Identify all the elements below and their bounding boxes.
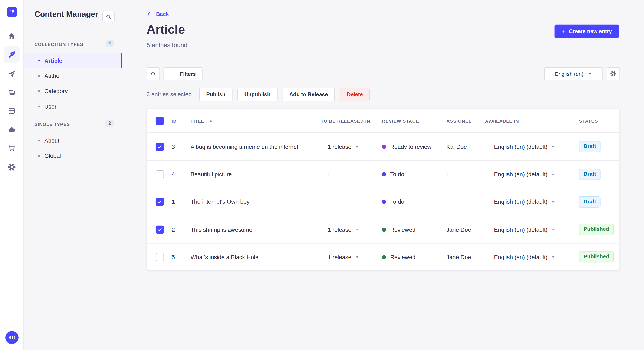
bullet-icon [38, 155, 40, 157]
stage-dot-icon [382, 255, 386, 259]
chevron-down-icon [355, 228, 359, 231]
create-new-entry-button[interactable]: + Create new entry [554, 25, 619, 38]
row-checkbox[interactable] [156, 198, 164, 206]
bullet-icon [38, 106, 40, 108]
rail-home[interactable] [4, 28, 20, 44]
chevron-down-icon [551, 228, 555, 231]
section-collection-types: COLLECTION TYPES [34, 42, 83, 47]
cell-available-in[interactable]: English (en) (default) [494, 188, 555, 216]
back-link[interactable]: Back [146, 11, 169, 17]
header-status: STATUS [579, 109, 598, 133]
table-row[interactable]: 5 What's inside a Black Hole 1 release R… [147, 243, 619, 271]
indeterminate-icon [158, 120, 162, 121]
header-id[interactable]: ID [172, 109, 177, 133]
cell-status: Draft [579, 161, 600, 188]
cloud-icon [8, 125, 16, 134]
table-row[interactable]: 1 The internet's Own boy - To do - Engli… [147, 188, 619, 216]
cell-id: 3 [172, 133, 175, 161]
sidebar-item-label: Global [44, 153, 61, 159]
cell-available-in[interactable]: English (en) (default) [494, 243, 555, 271]
filters-label: Filters [180, 71, 196, 77]
strapi-logo-icon [7, 7, 17, 17]
sidebar-item-article[interactable]: Article [24, 53, 122, 68]
cell-available-in[interactable]: English (en) (default) [494, 133, 555, 161]
icon-rail: KD [0, 0, 24, 350]
header-available-in: AVAILABLE IN [485, 109, 519, 133]
bullet-icon [38, 90, 40, 92]
row-checkbox[interactable] [156, 143, 164, 151]
status-badge: Draft [579, 141, 600, 152]
back-label: Back [156, 11, 169, 17]
cell-status: Draft [579, 133, 600, 161]
sidebar-item-user[interactable]: User [24, 99, 122, 114]
stage-dot-icon [382, 145, 386, 149]
unpublish-button[interactable]: Unpublish [238, 88, 278, 101]
sidebar-item-category[interactable]: Category [24, 84, 122, 98]
cell-title: A bug is becoming a meme on the internet [190, 133, 298, 161]
gear-icon [610, 71, 616, 77]
add-to-release-button[interactable]: Add to Release [282, 88, 335, 101]
status-badge: Published [579, 224, 614, 235]
cell-release: - [328, 161, 330, 188]
locale-select[interactable]: English (en) [544, 67, 603, 80]
rail-content-manager[interactable] [4, 46, 20, 63]
cell-id: 1 [172, 188, 175, 216]
filters-button[interactable]: Filters [164, 67, 202, 80]
entries-count: 5 entries found [146, 41, 187, 48]
cell-review-stage: To do [382, 188, 404, 216]
status-badge: Draft [579, 196, 600, 207]
content-manager-sidebar: Content Manager COLLECTION TYPES 4 Artic… [24, 0, 122, 350]
delete-button[interactable]: Delete [340, 88, 370, 101]
row-checkbox[interactable] [156, 225, 164, 234]
publish-button[interactable]: Publish [199, 88, 232, 101]
stage-dot-icon [382, 173, 386, 176]
sidebar-search-button[interactable] [102, 11, 114, 23]
select-all-checkbox[interactable] [156, 117, 164, 125]
cell-release[interactable]: 1 release [328, 216, 359, 243]
cell-release[interactable]: 1 release [328, 133, 359, 161]
cell-available-in[interactable]: English (en) (default) [494, 161, 555, 188]
rail-marketplace[interactable] [4, 140, 20, 156]
table-row[interactable]: 3 A bug is becoming a meme on the intern… [147, 133, 619, 161]
table-header-row: ID TITLE TO BE RELEASED IN REVIEW STAGE … [147, 109, 619, 133]
single-types-count: 2 [106, 120, 114, 127]
sidebar-item-label: Article [44, 57, 62, 64]
rail-footer-divider [0, 326, 24, 326]
cell-title: What's inside a Black Hole [190, 243, 258, 271]
cell-id: 5 [172, 243, 175, 271]
cell-status: Published [579, 243, 614, 271]
cell-review-stage: Reviewed [382, 243, 416, 271]
header-title[interactable]: TITLE [190, 109, 213, 133]
rail-deploy[interactable] [4, 121, 20, 138]
cell-assignee: - [446, 188, 448, 216]
table-row[interactable]: 2 This shrimp is awesome 1 release Revie… [147, 216, 619, 243]
sidebar-item-author[interactable]: Author [24, 68, 122, 83]
view-settings-button[interactable] [606, 67, 620, 80]
stage-dot-icon [382, 200, 386, 204]
selection-count-text: 3 entries selected [146, 88, 192, 101]
rail-media-library[interactable] [4, 84, 20, 100]
strapi-logo[interactable] [7, 7, 17, 17]
cell-release[interactable]: 1 release [328, 243, 359, 271]
sidebar-item-label: About [44, 137, 60, 144]
rail-content-type-builder[interactable] [4, 103, 20, 119]
collection-types-count: 4 [106, 40, 114, 47]
sidebar-item-about[interactable]: About [24, 133, 122, 148]
sidebar-item-global[interactable]: Global [24, 149, 122, 163]
cell-available-in[interactable]: English (en) (default) [494, 216, 555, 243]
arrow-left-icon [146, 11, 153, 17]
row-checkbox[interactable] [156, 170, 164, 178]
cell-title: The internet's Own boy [190, 188, 250, 216]
chevron-down-icon [551, 145, 555, 148]
rail-releases[interactable] [4, 66, 20, 82]
row-checkbox[interactable] [156, 253, 164, 261]
cell-id: 2 [172, 216, 175, 243]
search-entries-button[interactable] [146, 67, 160, 80]
header-assignee: ASSIGNEE [446, 109, 472, 133]
rail-settings[interactable] [4, 159, 20, 175]
user-avatar[interactable]: KD [5, 331, 18, 344]
paper-plane-icon [8, 70, 16, 78]
sort-asc-icon [208, 119, 213, 123]
table-row[interactable]: 4 Beautiful picture - To do - English (e… [147, 160, 619, 188]
cell-title: Beautiful picture [190, 161, 232, 188]
